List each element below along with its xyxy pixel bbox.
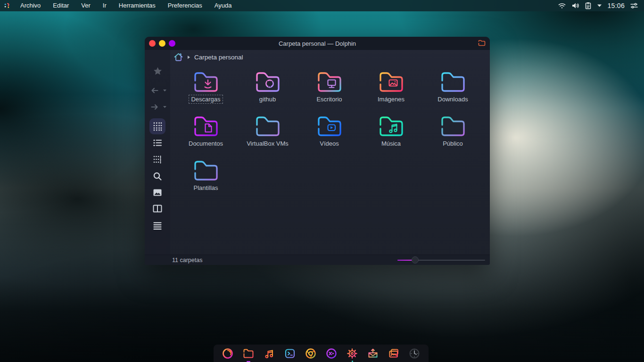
system-tray: 15:06 (558, 2, 644, 9)
folder-item-descargas[interactable]: Descargas (175, 69, 237, 113)
clock-time[interactable]: 15:06 (607, 2, 625, 9)
menu-editar[interactable]: Editar (47, 0, 75, 11)
plantillas-folder-icon (191, 157, 221, 182)
global-menubar: Archivo Editar Ver Ir Herramientas Prefe… (0, 0, 644, 11)
toolbar-sidebar (145, 50, 170, 255)
folder-label: github (257, 95, 278, 104)
folder-label: Descargas (189, 95, 223, 104)
descargas-folder-icon (191, 69, 221, 93)
menu-ver[interactable]: Ver (75, 0, 97, 11)
search-icon[interactable] (145, 172, 170, 181)
volume-icon[interactable] (571, 2, 579, 9)
running-indicator (247, 361, 250, 362)
home-icon[interactable] (173, 52, 184, 62)
wifi-icon[interactable] (558, 2, 566, 9)
photos-icon[interactable] (388, 347, 400, 360)
menu-preferencias[interactable]: Preferencias (162, 0, 208, 11)
folder-item-documentos[interactable]: Documentos (175, 113, 237, 157)
dolphin-window: Carpeta personal — Dolphin (145, 37, 490, 265)
publico-folder-icon (438, 113, 468, 138)
folder-view: Descargas github Escritorio (175, 69, 484, 202)
imagenes-folder-icon (376, 69, 406, 93)
videos-folder-icon (314, 113, 345, 138)
folder-item-github[interactable]: github (237, 69, 298, 113)
terminal-icon[interactable] (284, 347, 296, 360)
folder-label: Downloads (435, 95, 470, 104)
chromium-icon[interactable] (305, 347, 317, 360)
compact-view-icon[interactable] (145, 155, 170, 164)
folder-item-musica[interactable]: Música (360, 113, 422, 157)
status-bar: 11 carpetas (145, 255, 490, 265)
escritorio-folder-icon (314, 69, 345, 93)
folder-item-virtualbox-vms[interactable]: VirtualBox VMs (237, 113, 298, 157)
maximize-button[interactable] (169, 40, 175, 47)
tweaks-icon[interactable] (630, 2, 638, 9)
breadcrumb: Carpeta personal (170, 50, 490, 64)
window-titlebar[interactable]: Carpeta personal — Dolphin (145, 37, 490, 50)
close-button[interactable] (149, 40, 156, 47)
firefox-icon[interactable] (222, 347, 234, 360)
folder-label: Documentos (186, 139, 225, 148)
menu-archivo[interactable]: Archivo (14, 0, 47, 11)
downloads-folder-icon (438, 69, 468, 93)
clipboard-icon[interactable] (585, 2, 592, 9)
back-dropdown-caret-icon[interactable] (163, 89, 167, 92)
folder-item-imagenes[interactable]: Imágenes (360, 69, 422, 113)
musica-folder-icon (376, 113, 406, 138)
mail-share-icon[interactable] (367, 347, 379, 360)
running-indicator (352, 361, 353, 362)
folder-item-downloads[interactable]: Downloads (422, 69, 484, 113)
zoom-slider[interactable] (397, 260, 485, 261)
distro-logo-icon[interactable] (4, 2, 11, 9)
folder-label: Imágenes (375, 95, 407, 104)
window-folder-icon (478, 40, 486, 46)
preview-icon[interactable] (145, 189, 170, 197)
media-player-icon[interactable] (325, 347, 338, 360)
folder-label: VirtualBox VMs (244, 139, 291, 148)
github-folder-icon (253, 69, 283, 93)
folder-count: 11 carpetas (172, 257, 202, 263)
folder-item-plantillas[interactable]: Plantillas (175, 157, 237, 202)
documentos-folder-icon (191, 113, 221, 138)
file-manager-icon[interactable] (242, 347, 255, 360)
icons-view-button[interactable] (149, 118, 165, 134)
chevron-down-icon[interactable] (597, 4, 602, 8)
clock-icon[interactable] (408, 347, 421, 360)
breadcrumb-chevron-icon (187, 55, 190, 59)
folder-label: Público (440, 139, 465, 148)
folder-label: Escritorio (314, 95, 344, 104)
folder-label: Vídeos (317, 139, 341, 148)
menu-herramientas[interactable]: Herramientas (113, 0, 162, 11)
list-view-icon[interactable] (145, 139, 170, 147)
dock (214, 345, 429, 362)
window-title: Carpeta personal — Dolphin (145, 40, 490, 47)
minimize-button[interactable] (159, 40, 165, 47)
folder-label: Plantillas (191, 183, 220, 192)
folder-item-publico[interactable]: Público (422, 113, 484, 157)
folder-item-videos[interactable]: Vídeos (298, 113, 360, 157)
forward-dropdown-caret-icon[interactable] (163, 106, 167, 108)
bookmark-star-icon[interactable] (145, 66, 170, 76)
hamburger-menu-icon[interactable] (145, 222, 170, 230)
menu-ir[interactable]: Ir (97, 0, 113, 11)
virtualbox-folder-icon (253, 113, 283, 138)
split-view-icon[interactable] (145, 205, 170, 213)
music-player-icon[interactable] (263, 347, 275, 360)
breadcrumb-root[interactable]: Carpeta personal (194, 54, 243, 61)
settings-icon[interactable] (346, 347, 358, 360)
menu-ayuda[interactable]: Ayuda (208, 0, 238, 11)
folder-item-escritorio[interactable]: Escritorio (298, 69, 360, 113)
folder-label: Música (379, 139, 403, 148)
zoom-slider-handle[interactable] (412, 256, 419, 263)
